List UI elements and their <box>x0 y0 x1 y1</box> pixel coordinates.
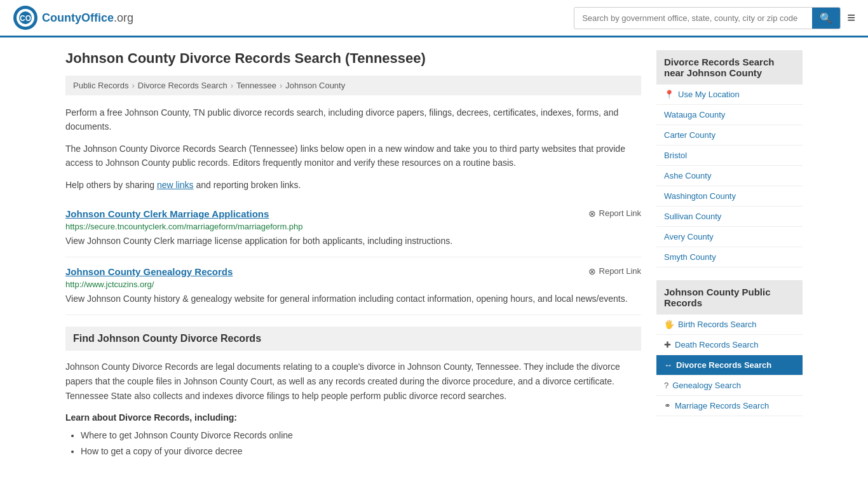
header: CO CountyOffice.org 🔍 ≡ <box>0 0 868 37</box>
report-icon-2: ⊗ <box>588 266 596 276</box>
result-url-2: http://www.jctcuzins.org/ <box>65 280 641 289</box>
logo-text: CountyOffice.org <box>42 11 133 25</box>
search-input[interactable] <box>574 9 812 27</box>
public-records-section: Johnson County Public Records 🖐 Birth Re… <box>656 280 803 416</box>
breadcrumb-public-records[interactable]: Public Records <box>73 81 128 90</box>
page-title: Johnson County Divorce Records Search (T… <box>65 50 641 67</box>
sidebar-link-watauga[interactable]: Watauga County <box>664 110 725 119</box>
sidebar-item-avery[interactable]: Avery County <box>656 227 803 247</box>
sidebar: Divorce Records Search near Johnson Coun… <box>656 50 803 460</box>
sidebar-link-marriage[interactable]: Marriage Records Search <box>675 401 769 410</box>
sidebar-link-washington[interactable]: Washington County <box>664 191 736 201</box>
intro-paragraph-3: Help others by sharing new links and rep… <box>65 178 641 192</box>
sidebar-item-ashe[interactable]: Ashe County <box>656 166 803 186</box>
find-section-heading: Find Johnson County Divorce Records <box>65 327 641 351</box>
sidebar-item-watauga[interactable]: Watauga County <box>656 105 803 125</box>
sidebar-link-sullivan[interactable]: Sullivan County <box>664 212 721 221</box>
logo-icon: CO <box>13 5 38 30</box>
sidebar-link-avery[interactable]: Avery County <box>664 232 714 241</box>
intro-paragraph-1: Perform a free Johnson County, TN public… <box>65 105 641 134</box>
list-item: How to get a copy of your divorce decree <box>81 444 641 459</box>
intro3-after: and reporting broken links. <box>194 180 301 190</box>
report-link-label-2: Report Link <box>599 266 641 276</box>
sidebar-link-divorce[interactable]: Divorce Records Search <box>676 360 771 370</box>
sidebar-link-genealogy[interactable]: Genealogy Search <box>672 381 741 390</box>
svg-text:CO: CO <box>20 14 31 23</box>
breadcrumb-tennessee[interactable]: Tennessee <box>236 81 276 90</box>
sidebar-link-use-my-location[interactable]: Use My Location <box>678 90 740 99</box>
sidebar-link-smyth[interactable]: Smyth County <box>664 252 716 262</box>
breadcrumb-sep-3: › <box>280 81 282 90</box>
breadcrumb-divorce-records-search[interactable]: Divorce Records Search <box>138 81 227 90</box>
result-header: Johnson County Genealogy Records ⊗ Repor… <box>65 266 641 277</box>
logo-area: CO CountyOffice.org <box>13 5 133 30</box>
list-item: Where to get Johnson County Divorce Reco… <box>81 428 641 444</box>
search-button[interactable]: 🔍 <box>812 8 840 29</box>
sidebar-item-sullivan[interactable]: Sullivan County <box>656 207 803 227</box>
report-link-2[interactable]: ⊗ Report Link <box>588 266 641 276</box>
results-list: Johnson County Clerk Marriage Applicatio… <box>65 200 641 315</box>
public-records-title: Johnson County Public Records <box>656 280 803 315</box>
sidebar-item-smyth[interactable]: Smyth County <box>656 247 803 268</box>
intro-paragraph-2: The Johnson County Divorce Records Searc… <box>65 142 641 170</box>
sidebar-item-death[interactable]: ✚ Death Records Search <box>656 335 803 355</box>
breadcrumb-sep-1: › <box>132 81 134 90</box>
result-header: Johnson County Clerk Marriage Applicatio… <box>65 208 641 219</box>
sidebar-item-carter[interactable]: Carter County <box>656 125 803 146</box>
marriage-icon: ⚭ <box>664 401 671 410</box>
new-links-link[interactable]: new links <box>157 180 194 190</box>
menu-button[interactable]: ≡ <box>847 11 855 25</box>
sidebar-link-carter[interactable]: Carter County <box>664 130 715 140</box>
learn-bullets: Where to get Johnson County Divorce Reco… <box>65 428 641 459</box>
death-icon: ✚ <box>664 340 671 349</box>
search-bar: 🔍 <box>574 7 841 29</box>
sidebar-link-birth[interactable]: Birth Records Search <box>678 320 757 329</box>
birth-icon: 🖐 <box>664 320 674 329</box>
result-title-1[interactable]: Johnson County Clerk Marriage Applicatio… <box>65 208 269 219</box>
report-link-1[interactable]: ⊗ Report Link <box>588 208 641 219</box>
sidebar-item-marriage[interactable]: ⚭ Marriage Records Search <box>656 396 803 416</box>
sidebar-item-washington[interactable]: Washington County <box>656 186 803 207</box>
sidebar-link-ashe[interactable]: Ashe County <box>664 171 711 180</box>
result-item: Johnson County Genealogy Records ⊗ Repor… <box>65 257 641 315</box>
location-icon: 📍 <box>664 90 674 99</box>
intro3-before: Help others by sharing <box>65 180 157 190</box>
result-item: Johnson County Clerk Marriage Applicatio… <box>65 200 641 257</box>
result-url-1: https://secure.tncountyclerk.com/marriag… <box>65 222 641 231</box>
find-section-text: Johnson County Divorce Records are legal… <box>65 360 641 403</box>
breadcrumb: Public Records › Divorce Records Search … <box>65 76 641 95</box>
report-link-label-1: Report Link <box>599 208 641 218</box>
sidebar-item-genealogy[interactable]: ? Genealogy Search <box>656 376 803 396</box>
main-content: Johnson County Divorce Records Search (T… <box>65 50 641 460</box>
genealogy-icon: ? <box>664 381 668 390</box>
sidebar-link-death[interactable]: Death Records Search <box>675 340 759 349</box>
sidebar-item-use-my-location[interactable]: 📍 Use My Location <box>656 85 803 105</box>
sidebar-item-birth[interactable]: 🖐 Birth Records Search <box>656 315 803 335</box>
sidebar-link-bristol[interactable]: Bristol <box>664 151 687 160</box>
result-desc-2: View Johnson County history & genealogy … <box>65 292 641 306</box>
report-icon-1: ⊗ <box>588 208 596 219</box>
result-desc-1: View Johnson County Clerk marriage licen… <box>65 234 641 248</box>
divorce-icon: ↔ <box>664 360 672 370</box>
sidebar-item-divorce[interactable]: ↔ Divorce Records Search <box>656 355 803 376</box>
sidebar-item-bristol[interactable]: Bristol <box>656 146 803 166</box>
result-title-2[interactable]: Johnson County Genealogy Records <box>65 266 233 277</box>
header-right: 🔍 ≡ <box>574 7 855 29</box>
nearby-section: Divorce Records Search near Johnson Coun… <box>656 50 803 268</box>
content-wrapper: Johnson County Divorce Records Search (T… <box>53 37 815 473</box>
nearby-title: Divorce Records Search near Johnson Coun… <box>656 50 803 85</box>
learn-heading: Learn about Divorce Records, including: <box>65 412 641 423</box>
breadcrumb-sep-2: › <box>231 81 233 90</box>
breadcrumb-johnson-county[interactable]: Johnson County <box>285 81 345 90</box>
